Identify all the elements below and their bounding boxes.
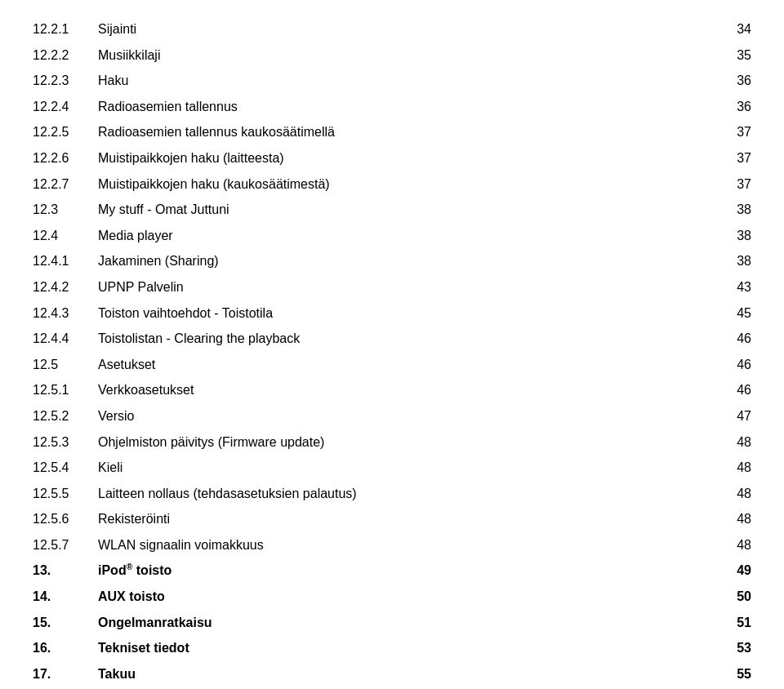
toc-label: Takuu bbox=[98, 661, 702, 687]
toc-row: 13.iPod® toisto49 bbox=[33, 558, 751, 584]
toc-label: Ohjelmiston päivitys (Firmware update) bbox=[98, 429, 702, 456]
toc-number: 12.5.5 bbox=[33, 481, 98, 507]
toc-label: Muistipaikkojen haku (laitteesta) bbox=[98, 145, 702, 171]
toc-label: Media player bbox=[98, 223, 702, 249]
toc-label: Versio bbox=[98, 403, 702, 429]
toc-row: 12.2.1Sijainti34 bbox=[33, 16, 751, 42]
toc-number: 12.5.1 bbox=[33, 377, 98, 403]
toc-page: 46 bbox=[702, 352, 751, 378]
toc-number: 12.4.4 bbox=[33, 326, 98, 352]
toc-number: 12.3 bbox=[33, 197, 98, 223]
toc-number: 13. bbox=[33, 558, 98, 584]
toc-row: 12.3My stuff - Omat Juttuni38 bbox=[33, 197, 751, 223]
toc-row: 12.5.2Versio47 bbox=[33, 403, 751, 429]
toc-page: 48 bbox=[702, 532, 751, 558]
toc-label: Verkkoasetukset bbox=[98, 377, 702, 403]
toc-label: Radioasemien tallennus kaukosäätimellä bbox=[98, 119, 702, 145]
toc-label: UPNP Palvelin bbox=[98, 274, 702, 300]
toc-number: 12.5.4 bbox=[33, 455, 98, 481]
toc-label: WLAN signaalin voimakkuus bbox=[98, 532, 702, 558]
toc-label: Muistipaikkojen haku (kaukosäätimestä) bbox=[98, 171, 702, 198]
toc-label: Radioasemien tallennus bbox=[98, 94, 702, 120]
toc-page: 51 bbox=[702, 610, 751, 636]
toc-row: 12.4.3Toiston vaihtoehdot - Toistotila45 bbox=[33, 300, 751, 327]
toc-label: Haku bbox=[98, 68, 702, 94]
toc-label: Ongelmanratkaisu bbox=[98, 610, 702, 636]
toc-row: 12.5.5Laitteen nollaus (tehdasasetuksien… bbox=[33, 481, 751, 507]
toc-page: 38 bbox=[702, 248, 751, 274]
toc-page: 36 bbox=[702, 68, 751, 94]
toc-page: 49 bbox=[702, 558, 751, 584]
toc-row: 12.2.6Muistipaikkojen haku (laitteesta)3… bbox=[33, 145, 751, 171]
toc-number: 12.5.3 bbox=[33, 429, 98, 456]
toc-label: Toistolistan - Clearing the playback bbox=[98, 326, 702, 352]
toc-number: 12.5.7 bbox=[33, 532, 98, 558]
toc-page: 35 bbox=[702, 42, 751, 69]
toc-number: 12.4.1 bbox=[33, 248, 98, 274]
toc-row: 12.5.4Kieli48 bbox=[33, 455, 751, 481]
toc-row: 12.2.7Muistipaikkojen haku (kaukosäätime… bbox=[33, 171, 751, 198]
toc-row: 12.4.4Toistolistan - Clearing the playba… bbox=[33, 326, 751, 352]
toc-number: 12.2.4 bbox=[33, 94, 98, 120]
toc-page: 38 bbox=[702, 223, 751, 249]
toc-label: Kieli bbox=[98, 455, 702, 481]
toc-row: 12.2.2Musiikkilaji35 bbox=[33, 42, 751, 69]
toc-row: 12.5.3Ohjelmiston päivitys (Firmware upd… bbox=[33, 429, 751, 456]
toc-page: 37 bbox=[702, 171, 751, 198]
toc-page: 48 bbox=[702, 429, 751, 456]
toc-page: 37 bbox=[702, 119, 751, 145]
toc-row: 17.Takuu55 bbox=[33, 661, 751, 687]
toc-row: 12.4.1Jakaminen (Sharing)38 bbox=[33, 248, 751, 274]
toc-label: Laitteen nollaus (tehdasasetuksien palau… bbox=[98, 481, 702, 507]
toc-number: 16. bbox=[33, 635, 98, 661]
toc-page: 37 bbox=[702, 145, 751, 171]
toc-label: Rekisteröinti bbox=[98, 506, 702, 532]
toc-number: 12.4.3 bbox=[33, 300, 98, 327]
toc-number: 12.5.2 bbox=[33, 403, 98, 429]
toc-row: 12.5.1Verkkoasetukset46 bbox=[33, 377, 751, 403]
toc-row: 12.4Media player38 bbox=[33, 223, 751, 249]
toc-number: 12.5.6 bbox=[33, 506, 98, 532]
toc-label: iPod® toisto bbox=[98, 558, 702, 584]
toc-page: 45 bbox=[702, 300, 751, 327]
toc-label: Jakaminen (Sharing) bbox=[98, 248, 702, 274]
toc-number: 12.4.2 bbox=[33, 274, 98, 300]
toc-row: 12.2.5Radioasemien tallennus kaukosäätim… bbox=[33, 119, 751, 145]
toc-page: 48 bbox=[702, 481, 751, 507]
toc-label: Asetukset bbox=[98, 352, 702, 378]
toc-page: 38 bbox=[702, 197, 751, 223]
toc-number: 14. bbox=[33, 584, 98, 610]
toc-label: Musiikkilaji bbox=[98, 42, 702, 69]
toc-number: 12.2.5 bbox=[33, 119, 98, 145]
toc-label: Sijainti bbox=[98, 16, 702, 42]
toc-row: 12.2.4Radioasemien tallennus36 bbox=[33, 94, 751, 120]
toc-label: AUX toisto bbox=[98, 584, 702, 610]
toc-row: 15.Ongelmanratkaisu51 bbox=[33, 610, 751, 636]
toc-number: 12.2.7 bbox=[33, 171, 98, 198]
toc-page: 53 bbox=[702, 635, 751, 661]
toc-page: 47 bbox=[702, 403, 751, 429]
toc-number: 17. bbox=[33, 661, 98, 687]
toc-page: 48 bbox=[702, 506, 751, 532]
toc-page: 48 bbox=[702, 455, 751, 481]
toc-number: 12.2.3 bbox=[33, 68, 98, 94]
toc-number: 12.2.1 bbox=[33, 16, 98, 42]
toc-page: 46 bbox=[702, 326, 751, 352]
toc-label: My stuff - Omat Juttuni bbox=[98, 197, 702, 223]
toc-number: 12.5 bbox=[33, 352, 98, 378]
toc-number: 12.2.6 bbox=[33, 145, 98, 171]
toc-row: 14.AUX toisto50 bbox=[33, 584, 751, 610]
toc-row: 12.5.7WLAN signaalin voimakkuus48 bbox=[33, 532, 751, 558]
toc-page: 34 bbox=[702, 16, 751, 42]
toc-label: Toiston vaihtoehdot - Toistotila bbox=[98, 300, 702, 327]
toc-page: 43 bbox=[702, 274, 751, 300]
toc-page: 50 bbox=[702, 584, 751, 610]
toc-label: Tekniset tiedot bbox=[98, 635, 702, 661]
toc-row: 12.4.2UPNP Palvelin43 bbox=[33, 274, 751, 300]
toc-table: 12.2.1Sijainti3412.2.2Musiikkilaji3512.2… bbox=[33, 16, 751, 687]
toc-number: 12.4 bbox=[33, 223, 98, 249]
toc-number: 15. bbox=[33, 610, 98, 636]
toc-page: 46 bbox=[702, 377, 751, 403]
toc-row: 12.2.3Haku36 bbox=[33, 68, 751, 94]
toc-number: 12.2.2 bbox=[33, 42, 98, 69]
